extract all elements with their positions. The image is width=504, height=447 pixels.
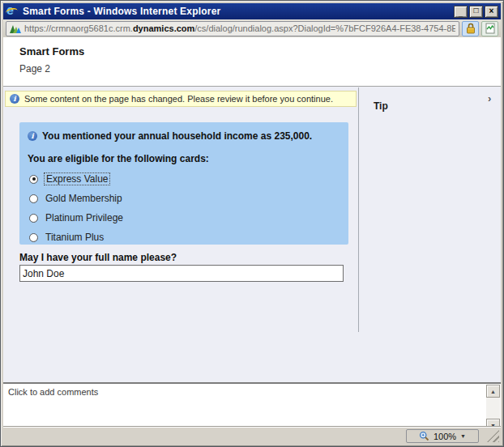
radio-label[interactable]: Platinum Privilege <box>44 212 125 224</box>
address-bar: https://crmnaorg5681c.crm.dynamics.com/c… <box>3 19 501 37</box>
page-indicator: Page 2 <box>19 63 501 74</box>
change-notification: i Some content on the page has changed. … <box>5 91 357 107</box>
chevron-down-icon: ▼ <box>460 433 466 439</box>
resize-grip[interactable] <box>487 430 499 442</box>
tip-panel-title: Tip <box>374 100 388 112</box>
info-icon: i <box>10 94 19 104</box>
minimize-button[interactable]: _ <box>454 6 468 18</box>
radio-button[interactable] <box>29 194 38 203</box>
radio-button[interactable] <box>29 214 38 223</box>
security-lock-icon[interactable] <box>462 21 479 36</box>
radio-label[interactable]: Gold Membership <box>44 193 124 204</box>
radio-button[interactable] <box>29 233 38 242</box>
eligibility-info-box: i You mentioned your annual household in… <box>19 122 348 245</box>
magnifier-zoom-icon <box>419 431 429 441</box>
zoom-level: 100% <box>434 432 456 441</box>
full-name-input[interactable] <box>19 265 344 282</box>
comments-placeholder: Click to add comments <box>8 387 98 397</box>
dialog-document: Smart Forms Page 2 i Some content on the… <box>3 37 501 427</box>
close-button[interactable]: × <box>485 6 498 18</box>
url-field[interactable]: https://crmnaorg5681c.crm.dynamics.com/c… <box>6 21 459 36</box>
url-text: https://crmnaorg5681c.crm.dynamics.com/c… <box>24 23 455 33</box>
dialog-title: Smart Forms <box>19 45 501 57</box>
full-name-question: May I have your full name please? <box>19 252 177 263</box>
browser-window: e Smart Forms - Windows Internet Explore… <box>0 0 504 447</box>
status-bar: 100% ▼ <box>3 427 501 444</box>
internet-explorer-icon: e <box>6 5 19 18</box>
notification-text: Some content on the page has changed. Pl… <box>24 94 333 104</box>
compatibility-view-icon[interactable] <box>481 21 498 36</box>
maximize-button[interactable]: □ <box>469 6 483 18</box>
radio-option-titanium-plus[interactable]: Titanium Plus <box>29 231 340 244</box>
dialog-header: Smart Forms Page 2 <box>3 37 501 87</box>
tip-panel-divider <box>358 87 359 332</box>
radio-option-platinum-privilege[interactable]: Platinum Privilege <box>29 211 340 224</box>
radio-button-selected[interactable] <box>29 175 38 184</box>
chevron-right-icon[interactable]: › <box>488 92 491 104</box>
income-note: You mentioned your annual household inco… <box>42 130 312 142</box>
eligible-label: You are eligible for the following cards… <box>28 153 340 164</box>
scroll-up-icon[interactable]: ▲ <box>486 385 500 398</box>
dialog-content: i Some content on the page has changed. … <box>3 87 501 332</box>
title-bar: e Smart Forms - Windows Internet Explore… <box>3 3 501 19</box>
window-title: Smart Forms - Windows Internet Explorer <box>23 6 454 17</box>
info-icon: i <box>28 131 37 141</box>
radio-option-express-value[interactable]: Express Value <box>29 172 340 185</box>
dynamics-crm-icon <box>10 23 21 33</box>
radio-label[interactable]: Titanium Plus <box>44 232 105 243</box>
zoom-control[interactable]: 100% ▼ <box>406 429 479 443</box>
radio-option-gold-membership[interactable]: Gold Membership <box>29 192 340 205</box>
radio-label[interactable]: Express Value <box>44 172 110 185</box>
comments-scrollbar[interactable]: ▲ ▼ <box>486 385 500 432</box>
